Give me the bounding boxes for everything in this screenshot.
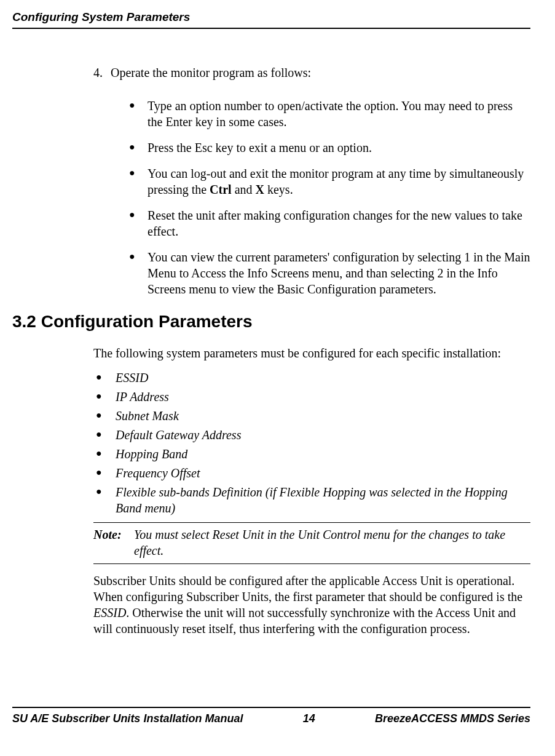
param-text: Frequency Offset	[116, 465, 200, 481]
param-text: IP Address	[116, 389, 169, 405]
footer-right: BreezeACCESS MMDS Series	[375, 712, 530, 726]
section-intro: The following system parameters must be …	[93, 345, 530, 361]
header-title: Configuring System Parameters	[12, 10, 190, 23]
param-text: Default Gateway Address	[116, 427, 241, 443]
main-content: 4. Operate the monitor program as follow…	[93, 65, 530, 688]
bullet-icon: ●	[96, 408, 116, 424]
param-list: ●ESSID ●IP Address ●Subnet Mask ●Default…	[96, 370, 530, 516]
list-item: ● Type an option number to open/activate…	[129, 98, 530, 130]
list-item: ● Press the Esc key to exit a menu or an…	[129, 140, 530, 156]
list-item: ●Frequency Offset	[96, 465, 530, 481]
page-header: Configuring System Parameters	[12, 10, 530, 29]
step-4: 4. Operate the monitor program as follow…	[93, 65, 530, 81]
note-label: Note:	[93, 527, 134, 559]
bullet-icon: ●	[96, 427, 116, 443]
list-item: ●Subnet Mask	[96, 408, 530, 424]
bullet-text: Press the Esc key to exit a menu or an o…	[148, 140, 530, 156]
list-item: ● You can view the current parameters' c…	[129, 249, 530, 297]
list-item: ●ESSID	[96, 370, 530, 386]
bullet-text: You can log-out and exit the monitor pro…	[148, 165, 530, 197]
bullet-icon: ●	[96, 465, 116, 481]
text-fragment: keys.	[264, 183, 293, 196]
param-text: Hopping Band	[116, 446, 187, 462]
bullet-icon: ●	[96, 446, 116, 462]
bullet-icon: ●	[129, 207, 148, 239]
step-bullets: ● Type an option number to open/activate…	[129, 98, 530, 297]
list-item: ●Default Gateway Address	[96, 427, 530, 443]
text-fragment: You can log-out and exit the monitor pro…	[148, 167, 524, 196]
param-text: ESSID	[116, 370, 148, 386]
list-item: ●IP Address	[96, 389, 530, 405]
bullet-icon: ●	[129, 140, 148, 156]
page-footer: SU A/E Subscriber Units Installation Man…	[12, 707, 530, 726]
bullet-text: You can view the current parameters' con…	[148, 249, 530, 297]
text-fragment: Subscriber Units should be configured af…	[93, 574, 522, 603]
bullet-text: Type an option number to open/activate t…	[148, 98, 530, 130]
bullet-icon: ●	[96, 484, 116, 516]
closing-paragraph: Subscriber Units should be configured af…	[93, 573, 530, 637]
step-number: 4.	[93, 65, 111, 81]
step-text: Operate the monitor program as follows:	[111, 65, 311, 81]
param-text: Flexible sub-bands Definition (if Flexib…	[116, 484, 530, 516]
italic-term: ESSID	[93, 606, 126, 619]
text-fragment: and	[232, 183, 256, 196]
footer-page-number: 14	[303, 712, 315, 726]
footer-left: SU A/E Subscriber Units Installation Man…	[12, 712, 243, 726]
bullet-icon: ●	[96, 389, 116, 405]
list-item: ● Reset the unit after making configurat…	[129, 207, 530, 239]
section-heading: 3.2 Configuration Parameters	[12, 311, 530, 333]
bold-key: X	[256, 183, 264, 196]
list-item: ●Hopping Band	[96, 446, 530, 462]
param-text: Subnet Mask	[116, 408, 179, 424]
bullet-text: Reset the unit after making configuratio…	[148, 207, 530, 239]
bullet-icon: ●	[129, 98, 148, 130]
bullet-icon: ●	[96, 370, 116, 386]
list-item: ● You can log-out and exit the monitor p…	[129, 165, 530, 197]
bullet-icon: ●	[129, 249, 148, 297]
bullet-icon: ●	[129, 165, 148, 197]
list-item: ●Flexible sub-bands Definition (if Flexi…	[96, 484, 530, 516]
text-fragment: . Otherwise the unit will not successful…	[93, 606, 516, 635]
note-text: You must select Reset Unit in the Unit C…	[134, 527, 530, 559]
note-block: Note: You must select Reset Unit in the …	[93, 522, 530, 564]
bold-key: Ctrl	[210, 183, 232, 196]
